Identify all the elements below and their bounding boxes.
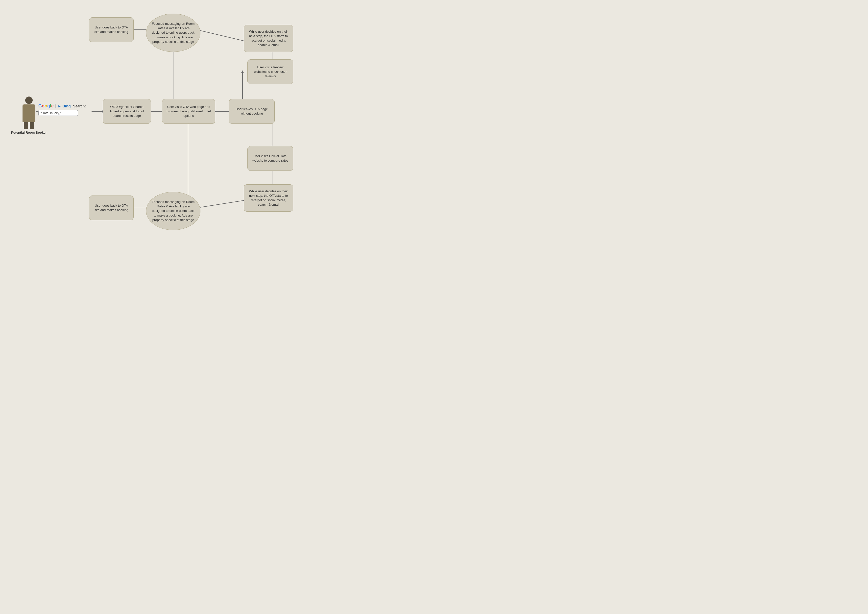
google-logo: Google xyxy=(38,104,54,109)
search-area: Google | ► Bing Search: "Hotel in [city]… xyxy=(38,104,86,116)
diagram-container: Potential Room Booker Google | ► Bing Se… xyxy=(0,0,346,245)
retarget-bottom-box: While user decides on their next step, t… xyxy=(244,185,293,212)
person-head xyxy=(25,96,33,104)
person-label: Potential Room Booker xyxy=(11,131,47,135)
bing-logo: ► Bing xyxy=(57,104,71,108)
search-label: Search: xyxy=(73,104,86,108)
svg-marker-9 xyxy=(241,71,244,73)
back-booking-bottom-text: User goes back to OTA site and makes boo… xyxy=(93,203,130,212)
user-visits-ota-box: User visits OTA web page and browses thr… xyxy=(162,99,215,124)
official-hotel-box: User visits Official Hotel website to co… xyxy=(248,146,293,171)
person-legs xyxy=(24,122,34,129)
user-leaves-text: User leaves OTA page without booking xyxy=(232,107,271,116)
retarget-top-box: While user decides on their next step, t… xyxy=(244,25,293,52)
person-leg-right xyxy=(30,122,34,129)
search-logos: Google | ► Bing Search: xyxy=(38,104,86,109)
back-booking-top-box: User goes back to OTA site and makes boo… xyxy=(89,17,133,42)
focused-bottom-text: Focused messaging on Room Rates & Availa… xyxy=(151,200,195,222)
search-input[interactable]: "Hotel in [city]" xyxy=(38,110,78,116)
svg-line-20 xyxy=(197,200,244,208)
person-leg-left xyxy=(24,122,28,129)
person-body xyxy=(23,104,36,122)
focused-top-oval: Focused messaging on Room Rates & Availa… xyxy=(146,14,200,52)
back-booking-bottom-box: User goes back to OTA site and makes boo… xyxy=(89,195,133,220)
ota-advert-text: OTA Organic or Search Advert appears at … xyxy=(106,105,147,118)
back-booking-top-text: User goes back to OTA site and makes boo… xyxy=(93,25,130,34)
svg-line-16 xyxy=(197,30,244,41)
official-hotel-text: User visits Official Hotel website to co… xyxy=(251,154,290,163)
retarget-top-text: While user decides on their next step, t… xyxy=(248,29,290,48)
ota-advert-box: OTA Organic or Search Advert appears at … xyxy=(103,99,151,124)
user-leaves-box: User leaves OTA page without booking xyxy=(229,99,274,124)
user-visits-ota-text: User visits OTA web page and browses thr… xyxy=(166,105,212,118)
review-sites-text: User visits Review websites to check use… xyxy=(251,65,290,79)
search-placeholder: "Hotel in [city]" xyxy=(40,111,61,115)
focused-top-text: Focused messaging on Room Rates & Availa… xyxy=(151,22,195,44)
retarget-bottom-text: While user decides on their next step, t… xyxy=(248,189,290,207)
review-sites-box: User visits Review websites to check use… xyxy=(248,59,293,84)
focused-bottom-oval: Focused messaging on Room Rates & Availa… xyxy=(146,192,200,230)
